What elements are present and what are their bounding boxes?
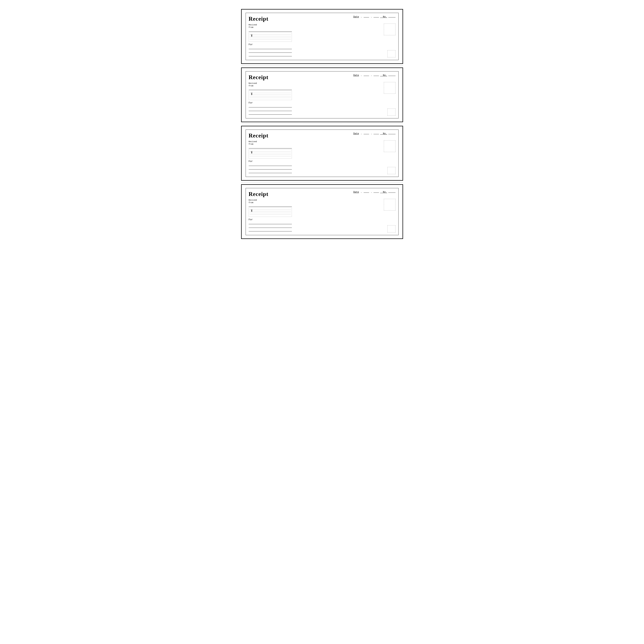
receipt-date-no: Date . . No.: [353, 132, 396, 135]
receipt-header: Receipt Date . . No.: [249, 15, 396, 22]
receipt-left: Recivedfrom ¥: [249, 140, 384, 174]
bottom-line-1[interactable]: [249, 109, 292, 111]
date-field2[interactable]: [374, 134, 379, 134]
for-line[interactable]: [249, 222, 292, 224]
page-container: Receipt Date . . No.: [241, 7, 403, 241]
for-label: For: [249, 160, 380, 163]
receipt-date-no: Date . . No.: [353, 74, 396, 77]
receipt-title: Receipt: [249, 74, 268, 81]
receipt-body: Recivedfrom ¥: [249, 82, 396, 116]
stamp-box-small: [387, 225, 396, 232]
stamp-box-large: [384, 24, 396, 35]
bottom-lines: [249, 225, 380, 231]
received-from-line[interactable]: [249, 204, 292, 207]
received-from-line[interactable]: [249, 29, 292, 32]
received-from-label: Recivedfrom: [249, 199, 380, 204]
stamp-box-large: [384, 140, 396, 152]
amount-line-4: [250, 214, 291, 215]
for-line[interactable]: [249, 105, 292, 107]
receipt-right: [384, 199, 396, 233]
bottom-line-1[interactable]: [249, 50, 292, 53]
date-dot1: .: [361, 15, 362, 18]
date-field2[interactable]: [374, 76, 379, 76]
bottom-lines: [249, 109, 380, 115]
receipt-inner: Receipt Date . . No.: [246, 188, 399, 235]
date-label: Date: [353, 191, 359, 193]
received-from-label: Recivedfrom: [249, 140, 380, 146]
yen-symbol: ¥: [250, 208, 291, 213]
yen-symbol: ¥: [250, 33, 291, 38]
stamp-box-small: [387, 167, 396, 174]
no-field[interactable]: [388, 134, 396, 134]
receipt-body: Recivedfrom ¥: [249, 24, 396, 57]
bottom-line-2[interactable]: [249, 229, 292, 231]
receipt-title: Receipt: [249, 191, 268, 197]
receipt-card: Receipt Date . . No.: [241, 9, 403, 64]
no-field[interactable]: [388, 76, 396, 76]
date-dot2: .: [371, 132, 372, 135]
date-dot1: .: [361, 191, 362, 193]
received-from-line[interactable]: [249, 146, 292, 148]
receipt-title: Receipt: [249, 15, 268, 22]
bottom-line-2[interactable]: [249, 171, 292, 173]
receipt-left: Recivedfrom ¥: [249, 24, 384, 57]
receipt-wrapper-1: Receipt Date . . No.: [241, 7, 403, 66]
receipt-date-no: Date . . No.: [353, 15, 396, 18]
yen-symbol: ¥: [250, 150, 291, 155]
amount-box: ¥: [249, 149, 292, 159]
bottom-lines: [249, 167, 380, 173]
date-dot2: .: [371, 15, 372, 18]
receipt-date-no: Date . . No.: [353, 191, 396, 193]
amount-line-4: [250, 98, 291, 98]
receipt-right: [384, 82, 396, 116]
date-field1[interactable]: [364, 134, 369, 134]
receipt-card: Receipt Date . . No.: [241, 126, 403, 181]
date-dot2: .: [371, 74, 372, 77]
received-from-line[interactable]: [249, 87, 292, 90]
receipt-right: [384, 24, 396, 57]
date-label: Date: [353, 132, 359, 135]
bottom-line-1[interactable]: [249, 225, 292, 228]
receipt-left: Recivedfrom ¥: [249, 199, 384, 233]
bottom-line-2[interactable]: [249, 54, 292, 56]
bottom-line-2[interactable]: [249, 112, 292, 115]
for-line[interactable]: [249, 163, 292, 166]
receipt-card: Receipt Date . . No.: [241, 184, 403, 239]
for-section: For: [249, 43, 380, 49]
for-section: For: [249, 218, 380, 224]
amount-box: ¥: [249, 91, 292, 100]
receipt-inner: Receipt Date . . No.: [246, 130, 399, 177]
date-field1[interactable]: [364, 76, 369, 76]
receipt-title: Receipt: [249, 132, 268, 139]
receipt-header: Receipt Date . . No.: [249, 132, 396, 139]
receipt-inner: Receipt Date . . No.: [246, 71, 399, 119]
receipt-left: Recivedfrom ¥: [249, 82, 384, 116]
bottom-lines: [249, 50, 380, 56]
receipt-card: Receipt Date . . No.: [241, 67, 403, 122]
receipt-header: Receipt Date . . No.: [249, 74, 396, 81]
amount-line-4: [250, 39, 291, 40]
for-section: For: [249, 101, 380, 107]
amount-box: ¥: [249, 32, 292, 42]
stamp-box-large: [384, 82, 396, 94]
receipt-wrapper-3: Receipt Date . . No.: [241, 124, 403, 182]
amount-box: ¥: [249, 207, 292, 217]
date-dot2: .: [371, 191, 372, 193]
for-line[interactable]: [249, 47, 292, 49]
for-section: For: [249, 160, 380, 166]
received-from-label: Recivedfrom: [249, 82, 380, 87]
stamp-box-large: [384, 199, 396, 211]
bottom-line-1[interactable]: [249, 167, 292, 170]
no-label: No.: [380, 132, 387, 135]
receipt-inner: Receipt Date . . No.: [246, 13, 399, 60]
yen-symbol: ¥: [250, 92, 291, 96]
for-label: For: [249, 218, 380, 221]
no-label: No.: [380, 15, 387, 18]
received-from-label: Recivedfrom: [249, 24, 380, 29]
stamp-box-small: [387, 109, 396, 116]
no-label: No.: [380, 74, 387, 77]
receipt-header: Receipt Date . . No.: [249, 191, 396, 197]
for-label: For: [249, 43, 380, 46]
stamp-box-small: [387, 50, 396, 57]
receipt-body: Recivedfrom ¥: [249, 140, 396, 174]
